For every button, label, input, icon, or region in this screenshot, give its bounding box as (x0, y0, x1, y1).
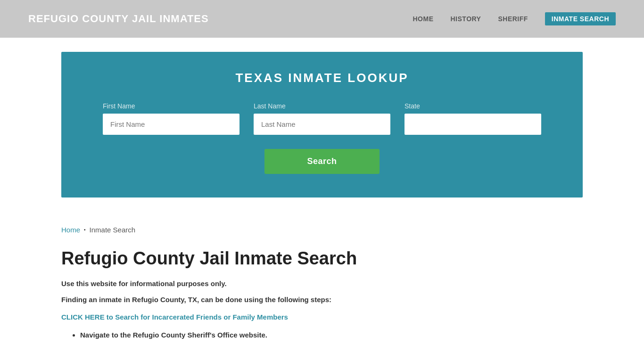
nav-history[interactable]: HISTORY (451, 15, 481, 23)
first-name-input[interactable] (103, 114, 239, 135)
last-name-label: Last Name (254, 102, 390, 110)
inmate-search-form: First Name Last Name State Texas Search (90, 102, 554, 174)
site-title: REFUGIO COUNTY JAIL INMATES (28, 13, 209, 25)
nav-home[interactable]: HOME (413, 15, 434, 23)
search-button[interactable]: Search (264, 149, 379, 174)
main-nav: HOME HISTORY SHERIFF INMATE SEARCH (413, 12, 616, 25)
breadcrumb-home-link[interactable]: Home (61, 226, 80, 234)
nav-inmate-search[interactable]: INMATE SEARCH (545, 12, 616, 25)
bullet-item-1: Navigate to the Refugio County Sheriff's… (80, 329, 583, 341)
page-title: Refugio County Jail Inmate Search (61, 248, 583, 270)
state-label: State (405, 102, 541, 110)
search-section: TEXAS INMATE LOOKUP First Name Last Name… (61, 52, 583, 197)
last-name-group: Last Name (254, 102, 390, 135)
state-group: State Texas (405, 102, 541, 135)
click-here-link[interactable]: CLICK HERE to Search for Incarcerated Fr… (61, 313, 288, 321)
form-fields: First Name Last Name State Texas (90, 102, 554, 135)
first-name-label: First Name (103, 102, 239, 110)
info-line2: Finding an inmate in Refugio County, TX,… (61, 294, 583, 305)
breadcrumb: Home • Inmate Search (61, 226, 583, 234)
breadcrumb-section: Home • Inmate Search (0, 212, 644, 239)
main-content: Refugio County Jail Inmate Search Use th… (0, 239, 644, 360)
breadcrumb-separator: • (84, 227, 86, 232)
site-header: REFUGIO COUNTY JAIL INMATES HOME HISTORY… (0, 0, 644, 38)
nav-sheriff[interactable]: SHERIFF (498, 15, 528, 23)
breadcrumb-current: Inmate Search (90, 226, 136, 234)
info-line1: Use this website for informational purpo… (61, 278, 583, 289)
last-name-input[interactable] (254, 114, 390, 135)
state-input[interactable]: Texas (405, 114, 541, 135)
first-name-group: First Name (103, 102, 239, 135)
search-title: TEXAS INMATE LOOKUP (90, 71, 554, 85)
